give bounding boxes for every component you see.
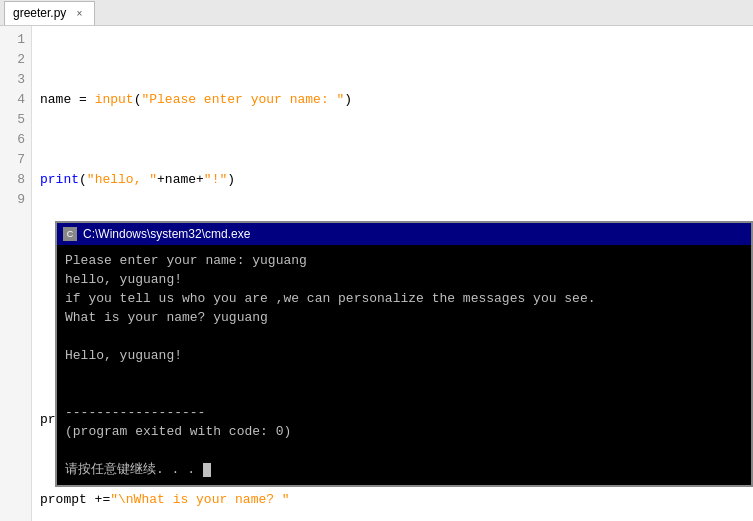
tab-close-icon[interactable]: × <box>72 6 86 20</box>
file-tab[interactable]: greeter.py × <box>4 1 95 25</box>
cmd-output-1: Please enter your name: yuguang <box>65 251 743 270</box>
tab-label: greeter.py <box>13 6 66 20</box>
line-num-4: 4 <box>6 90 25 110</box>
code-line-2: print("hello, "+name+"!") <box>40 170 745 190</box>
cmd-output-4: What is your name? yuguang <box>65 308 743 327</box>
line-num-2: 2 <box>6 50 25 70</box>
cmd-output-2: hello, yuguang! <box>65 270 743 289</box>
cmd-output-6: Hello, yuguang! <box>65 346 743 365</box>
cmd-output-7 <box>65 365 743 384</box>
cmd-icon: C <box>63 227 77 241</box>
editor-container: 1 2 3 4 5 6 7 8 9 name = input("Please e… <box>0 26 753 521</box>
cmd-title: C:\Windows\system32\cmd.exe <box>83 225 250 244</box>
line-num-5: 5 <box>6 110 25 130</box>
line-num-3: 3 <box>6 70 25 90</box>
line-num-1: 1 <box>6 30 25 50</box>
line-num-9: 9 <box>6 190 25 210</box>
code-line-1: name = input("Please enter your name: ") <box>40 90 745 110</box>
cmd-output-exit: (program exited with code: 0) <box>65 422 743 441</box>
line-num-7: 7 <box>6 150 25 170</box>
line-num-6: 6 <box>6 130 25 150</box>
cursor-blink <box>203 463 211 477</box>
line-num-8: 8 <box>6 170 25 190</box>
cmd-titlebar: C C:\Windows\system32\cmd.exe <box>57 223 751 245</box>
cmd-window: C C:\Windows\system32\cmd.exe Please ent… <box>55 221 753 487</box>
cmd-output-3: if you tell us who you are ,we can perso… <box>65 289 743 308</box>
cmd-output-separator: ------------------ <box>65 403 743 422</box>
code-line-6: prompt +="\nWhat is your name? " <box>40 490 745 510</box>
cmd-body: Please enter your name: yuguang hello, y… <box>57 245 751 485</box>
cmd-output-8 <box>65 384 743 403</box>
title-bar: greeter.py × <box>0 0 753 26</box>
cmd-output-continue: 请按任意键继续. . . <box>65 460 743 479</box>
cmd-output-5 <box>65 327 743 346</box>
line-numbers: 1 2 3 4 5 6 7 8 9 <box>0 26 32 521</box>
cmd-output-9 <box>65 441 743 460</box>
